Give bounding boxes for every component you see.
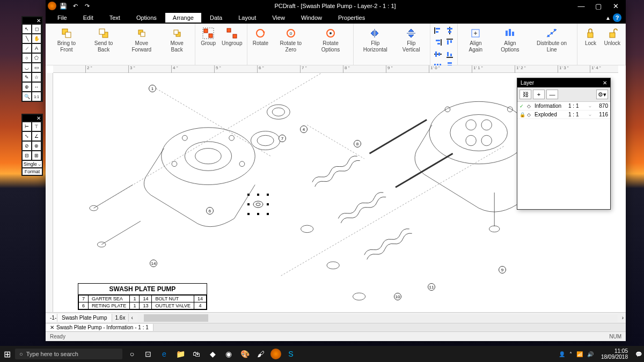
tray-network-icon[interactable]: 📶 bbox=[576, 351, 583, 357]
rect-tool[interactable]: ▭ bbox=[32, 63, 41, 72]
callout-6[interactable]: 6 bbox=[206, 207, 214, 215]
pointer-tool[interactable]: ↖ bbox=[23, 25, 31, 33]
store-icon[interactable]: 🛍 bbox=[190, 348, 203, 360]
chevron-down-icon[interactable]: ⌵ bbox=[589, 112, 593, 117]
dim-h-tool[interactable]: ⊢ bbox=[23, 122, 31, 131]
task-view-icon[interactable]: ⊡ bbox=[142, 348, 155, 360]
dim-chain-tool[interactable]: ⊟ bbox=[23, 151, 31, 160]
send-back-button[interactable]: Send to Back bbox=[86, 26, 121, 54]
start-button[interactable]: ⊞ bbox=[2, 349, 12, 359]
skype-icon[interactable]: S bbox=[284, 348, 297, 360]
lock-button[interactable]: Lock bbox=[581, 26, 600, 48]
curve-tool[interactable]: ⟋ bbox=[23, 44, 31, 53]
group-button[interactable]: Group bbox=[199, 26, 218, 48]
sheet-neg[interactable]: -1- bbox=[46, 314, 57, 322]
dim-diameter-tool[interactable]: ⊗ bbox=[32, 142, 41, 150]
layer-panel-close-icon[interactable]: ✕ bbox=[603, 80, 607, 86]
palette-close-icon[interactable]: ✕ bbox=[36, 18, 41, 23]
menu-file[interactable]: File bbox=[50, 13, 75, 23]
move-back-button[interactable]: Move Back bbox=[162, 26, 192, 54]
callout-14[interactable]: 14 bbox=[150, 260, 157, 267]
undo-icon[interactable]: ↶ bbox=[71, 2, 79, 10]
explorer-icon[interactable]: 📁 bbox=[174, 348, 187, 360]
app-icon-2[interactable]: 🎨 bbox=[238, 348, 251, 360]
line-tool[interactable]: ╲ bbox=[23, 34, 31, 43]
star-tool[interactable]: ☆ bbox=[32, 73, 41, 82]
tool-palette-dimension[interactable]: ✕ ⊢ ⊤ ⤡ ∠ ⊘ ⊗ ⊟ ⊞ Single ⌵ Format bbox=[21, 114, 43, 176]
dim-base-tool[interactable]: ⊞ bbox=[32, 151, 41, 160]
menu-options[interactable]: Options bbox=[129, 13, 164, 23]
align-right-icon[interactable] bbox=[434, 38, 442, 47]
align-again-button[interactable]: Align Again bbox=[461, 26, 491, 54]
palette-close-icon[interactable]: ✕ bbox=[36, 115, 41, 121]
help-icon[interactable]: ? bbox=[613, 13, 621, 22]
minimize-button[interactable]: — bbox=[573, 1, 589, 11]
notifications-icon[interactable]: 💬 bbox=[635, 351, 642, 357]
visibility-icon[interactable]: ◇ bbox=[527, 104, 532, 109]
menu-text[interactable]: Text bbox=[102, 13, 128, 23]
measure-tool[interactable]: ↔ bbox=[32, 83, 41, 91]
save-icon[interactable]: 💾 bbox=[60, 2, 67, 10]
taskbar-search[interactable]: ○Type here to search bbox=[15, 349, 122, 359]
chrome-icon[interactable]: ◉ bbox=[222, 348, 235, 360]
menu-layout[interactable]: Layout bbox=[231, 13, 264, 23]
move-forward-button[interactable]: Move Forward bbox=[123, 26, 160, 54]
callout-4[interactable]: 4 bbox=[300, 125, 308, 133]
chevron-down-icon[interactable]: ⌵ bbox=[589, 104, 593, 108]
freehand-tool[interactable]: ✎ bbox=[23, 73, 31, 82]
close-button[interactable]: ✕ bbox=[608, 1, 624, 11]
maximize-button[interactable]: ▢ bbox=[590, 1, 606, 11]
dim-angle-tool[interactable]: ∠ bbox=[32, 132, 41, 141]
edge-icon[interactable]: e bbox=[158, 348, 171, 360]
dim-v-tool[interactable]: ⊤ bbox=[32, 122, 41, 131]
zoom-tool[interactable]: 🔍 bbox=[23, 92, 31, 101]
align-options-button[interactable]: Align Options bbox=[493, 26, 528, 54]
menu-arrange[interactable]: Arrange bbox=[165, 13, 201, 23]
dim-align-tool[interactable]: ⤡ bbox=[23, 132, 31, 141]
polygon-tool[interactable]: ⬠ bbox=[32, 54, 41, 62]
zoom-level[interactable]: 1.6x bbox=[112, 314, 129, 322]
selection-handles[interactable] bbox=[247, 194, 269, 215]
layer-row-information[interactable]: ✓ ◇ Information 1 : 1 ⌵ 870 bbox=[517, 102, 610, 110]
h-scrollbar[interactable] bbox=[137, 314, 618, 322]
menu-window[interactable]: Window bbox=[294, 13, 330, 23]
hand-tool[interactable]: ✋ bbox=[32, 34, 41, 43]
callout-7[interactable]: 7 bbox=[279, 135, 286, 142]
sheet-tab[interactable]: Swash Plate Pump bbox=[57, 314, 112, 322]
tray-people-icon[interactable]: 👤 bbox=[559, 351, 565, 357]
dim-radius-tool[interactable]: ⊘ bbox=[23, 142, 31, 150]
ungroup-button[interactable]: Ungroup bbox=[220, 26, 244, 48]
callout-9[interactable]: 9 bbox=[499, 266, 506, 274]
taskbar-clock[interactable]: 11:05 18/09/2018 bbox=[598, 348, 631, 360]
tray-volume-icon[interactable]: 🔊 bbox=[587, 351, 594, 357]
menu-data[interactable]: Data bbox=[202, 13, 230, 23]
layer-link-button[interactable]: ⛓ bbox=[519, 90, 531, 99]
menu-properties[interactable]: Properties bbox=[331, 13, 372, 23]
align-left-icon[interactable] bbox=[434, 26, 442, 35]
menu-edit[interactable]: Edit bbox=[76, 13, 101, 23]
rotate-options-button[interactable]: Rotate Options bbox=[311, 26, 350, 54]
dimension-tool[interactable]: ⊕ bbox=[23, 83, 31, 91]
tray-chevron-icon[interactable]: ˄ bbox=[569, 351, 572, 357]
rotate-zero-button[interactable]: 0Rotate to Zero bbox=[272, 26, 309, 54]
tab-close-icon[interactable]: ✕ bbox=[50, 324, 54, 330]
rotate-button[interactable]: Rotate bbox=[251, 26, 270, 48]
align-center-h-icon[interactable] bbox=[445, 26, 454, 35]
bring-front-button[interactable]: Bring to Front bbox=[49, 26, 84, 54]
callout-8[interactable]: 8 bbox=[354, 140, 361, 147]
layer-settings-button[interactable]: ⚙▾ bbox=[596, 90, 608, 99]
scroll-right-icon[interactable]: › bbox=[620, 315, 626, 321]
distribute-line-button[interactable]: Distribute on Line bbox=[530, 26, 574, 54]
unlock-button[interactable]: Unlock bbox=[602, 26, 622, 48]
align-middle-icon[interactable] bbox=[434, 50, 442, 58]
select-tool[interactable]: ◻ bbox=[32, 25, 41, 33]
collapse-ribbon-icon[interactable]: ▲ bbox=[605, 15, 611, 21]
callout-1[interactable]: 1 bbox=[149, 85, 156, 92]
callout-10[interactable]: 10 bbox=[394, 293, 401, 300]
align-top-icon[interactable] bbox=[445, 38, 454, 47]
scroll-left-icon[interactable]: ‹ bbox=[129, 315, 135, 321]
pcdraft-taskbar-icon[interactable] bbox=[270, 349, 281, 359]
ellipse-tool[interactable]: ○ bbox=[23, 54, 31, 62]
layer-add-button[interactable]: + bbox=[533, 90, 545, 99]
flip-vertical-button[interactable]: Flip Vertical bbox=[396, 26, 427, 54]
